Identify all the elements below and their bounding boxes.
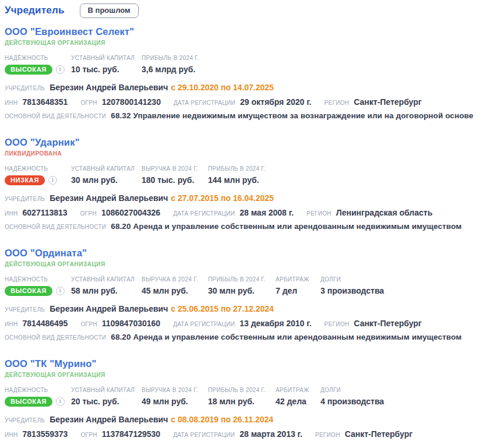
detail-label: ОГРН bbox=[80, 210, 97, 217]
reliability-badge: ВЫСОКАЯ bbox=[5, 65, 52, 75]
activity-value: 68.32 Управление недвижимым имуществом з… bbox=[111, 111, 473, 120]
detail-label: ИНН bbox=[5, 321, 18, 327]
activity-label: ОСНОВНОЙ ВИД ДЕЯТЕЛЬНОСТИ bbox=[5, 224, 106, 230]
metric-label: ПРИБЫЛЬ В 2024 Г. bbox=[208, 276, 276, 283]
metric-value: 30 млн руб. bbox=[71, 175, 142, 185]
company-name-link[interactable]: ООО "Ударник" bbox=[5, 137, 80, 148]
founder-row: УЧРЕДИТЕЛЬ Березин Андрей Валерьевич с 2… bbox=[5, 193, 504, 203]
info-icon[interactable]: i bbox=[56, 65, 65, 74]
detail-value: 1086027004326 bbox=[101, 208, 160, 217]
detail-value: Ленинградская область bbox=[336, 208, 432, 217]
detail-pair-инн: ИНН7813648351 bbox=[5, 97, 68, 107]
company-status-label: ЛИКВИДИРОВАНА bbox=[5, 150, 504, 157]
metric-value: 7 дел bbox=[276, 286, 320, 295]
metric-column: УСТАВНЫЙ КАПИТАЛ30 млн руб. bbox=[71, 165, 142, 185]
founder-label: УЧРЕДИТЕЛЬ bbox=[5, 417, 45, 424]
activity-label: ОСНОВНОЙ ВИД ДЕЯТЕЛЬНОСТИ bbox=[5, 334, 106, 341]
company-status-label: ДЕЙСТВУЮЩАЯ ОРГАНИЗАЦИЯ bbox=[5, 40, 504, 46]
detail-label: ДАТА РЕГИСТРАЦИИ bbox=[174, 100, 235, 106]
founder-row: УЧРЕДИТЕЛЬ Березин Андрей Валерьевич с 0… bbox=[5, 415, 504, 424]
founder-period: с 08.08.2019 по 26.11.2024 bbox=[171, 415, 273, 424]
metric-value: 144 млн руб. bbox=[208, 175, 276, 185]
detail-pair-огрн: ОГРН1207800141230 bbox=[80, 97, 161, 107]
reliability-badge: НИЗКАЯ bbox=[5, 175, 45, 185]
metric-column: УСТАВНЫЙ КАПИТАЛ20 тыс. руб. bbox=[71, 387, 142, 406]
detail-value: 13 декабря 2010 г. bbox=[239, 319, 311, 328]
founder-label: УЧРЕДИТЕЛЬ bbox=[5, 196, 45, 202]
metric-label: АРБИТРАЖ bbox=[276, 276, 320, 283]
company-name-link[interactable]: ООО "ТК "Мурино" bbox=[5, 358, 96, 369]
detail-label: ОГРН bbox=[80, 321, 97, 327]
metric-column: ПРИБЫЛЬ В 2024 Г.144 млн руб. bbox=[208, 165, 276, 185]
detail-label: ОГРН bbox=[80, 100, 97, 106]
metric-label: АРБИТРАЖ bbox=[276, 387, 320, 393]
metric-value: 3,6 млрд руб. bbox=[142, 65, 208, 74]
company-card: ООО "ТК "Мурино" ДЕЙСТВУЮЩАЯ ОРГАНИЗАЦИЯ… bbox=[5, 358, 504, 441]
detail-value: Санкт-Петербург bbox=[345, 429, 413, 439]
past-filter-button[interactable]: В прошлом bbox=[80, 3, 139, 18]
company-card: ООО "Евроинвест Селект" ДЕЙСТВУЮЩАЯ ОРГА… bbox=[5, 26, 504, 120]
metric-value: 58 млн руб. bbox=[71, 286, 142, 295]
activity-value: 68.20 Аренда и управление собственным ил… bbox=[111, 222, 461, 231]
detail-label: ДАТА РЕГИСТРАЦИИ bbox=[173, 432, 235, 438]
metric-label: ДОЛГИ bbox=[320, 387, 396, 393]
detail-pair-огрн: ОГРН1137847129530 bbox=[80, 429, 160, 439]
reliability-column: НАДЁЖНОСТЬ ВЫСОКАЯ i bbox=[5, 276, 71, 296]
metric-column: УСТАВНЫЙ КАПИТАЛ58 млн руб. bbox=[71, 276, 142, 295]
info-icon[interactable]: i bbox=[48, 176, 57, 185]
detail-pair-регион: РЕГИОНСанкт-Петербург bbox=[325, 319, 422, 328]
detail-pair-регион: РЕГИОНСанкт-Петербург bbox=[325, 97, 422, 107]
company-name-link[interactable]: ООО "Ордината" bbox=[5, 248, 87, 259]
detail-value: 1207800141230 bbox=[102, 97, 161, 107]
reliability-badge: ВЫСОКАЯ bbox=[5, 397, 52, 407]
founder-name-link[interactable]: Березин Андрей Валерьевич bbox=[50, 304, 168, 313]
metric-label: УСТАВНЫЙ КАПИТАЛ bbox=[71, 387, 142, 393]
detail-value: 28 мая 2008 г. bbox=[239, 208, 294, 217]
detail-pair-инн: ИНН7814486495 bbox=[5, 319, 68, 328]
metric-column: ПРИБЫЛЬ В 2024 Г.30 млн руб. bbox=[208, 276, 276, 295]
metric-column: ПРИБЫЛЬ В 2024 Г.18 млн руб. bbox=[208, 387, 276, 406]
reliability-column: НАДЁЖНОСТЬ НИЗКАЯ i bbox=[5, 165, 71, 185]
metric-column: ДОЛГИ3 производства bbox=[320, 276, 396, 295]
metric-value: 30 млн руб. bbox=[208, 286, 276, 295]
metric-column: АРБИТРАЖ42 дела bbox=[276, 387, 320, 406]
reliability-label: НАДЁЖНОСТЬ bbox=[5, 55, 71, 61]
metric-label: УСТАВНЫЙ КАПИТАЛ bbox=[71, 165, 142, 172]
company-card: ООО "Ордината" ДЕЙСТВУЮЩАЯ ОРГАНИЗАЦИЯ Н… bbox=[5, 248, 504, 341]
metric-column: ВЫРУЧКА В 2024 Г.49 млн руб. bbox=[142, 387, 208, 406]
metric-value: 10 тыс. руб. bbox=[71, 65, 142, 74]
metric-label: ВЫРУЧКА В 2024 Г. bbox=[142, 387, 208, 393]
founder-row: УЧРЕДИТЕЛЬ Березин Андрей Валерьевич с 2… bbox=[5, 83, 504, 92]
detail-label: ИНН bbox=[5, 210, 18, 217]
metric-value: 180 тыс. руб. bbox=[142, 175, 208, 185]
metric-column: ДОЛГИ4 производства bbox=[320, 387, 396, 406]
company-metrics-row: НАДЁЖНОСТЬ ВЫСОКАЯ i УСТАВНЫЙ КАПИТАЛ20 … bbox=[5, 387, 504, 407]
detail-value: 7813559373 bbox=[23, 429, 68, 439]
metric-value: 20 тыс. руб. bbox=[71, 397, 142, 406]
detail-value: 7814486495 bbox=[23, 319, 68, 328]
detail-value: 1109847030160 bbox=[102, 319, 160, 328]
founder-label: УЧРЕДИТЕЛЬ bbox=[5, 306, 45, 313]
company-card: ООО "Ударник" ЛИКВИДИРОВАНА НАДЁЖНОСТЬ Н… bbox=[5, 137, 504, 231]
metric-label: ВЫРУЧКА В 2024 Г. bbox=[142, 276, 208, 283]
founder-name-link[interactable]: Березин Андрей Валерьевич bbox=[50, 415, 168, 424]
info-icon[interactable]: i bbox=[56, 287, 65, 295]
detail-value: 7813648351 bbox=[23, 97, 68, 107]
detail-label: ИНН bbox=[5, 100, 18, 106]
company-name-link[interactable]: ООО "Евроинвест Селект" bbox=[5, 26, 134, 37]
info-icon[interactable]: i bbox=[56, 397, 65, 406]
founder-name-link[interactable]: Березин Андрей Валерьевич bbox=[50, 193, 168, 203]
reliability-badge: ВЫСОКАЯ bbox=[5, 286, 52, 296]
founder-name-link[interactable]: Березин Андрей Валерьевич bbox=[50, 83, 168, 92]
founder-period: с 25.06.2015 по 27.12.2024 bbox=[171, 304, 274, 313]
metric-value: 45 млн руб. bbox=[142, 286, 208, 295]
reliability-label: НАДЁЖНОСТЬ bbox=[5, 165, 71, 172]
detail-pair-дата-регистрации: ДАТА РЕГИСТРАЦИИ29 октября 2020 г. bbox=[174, 97, 312, 107]
detail-value: 6027113813 bbox=[23, 208, 68, 217]
metric-label: ПРИБЫЛЬ В 2024 Г. bbox=[208, 387, 276, 393]
founder-period: с 29.10.2020 по 14.07.2025 bbox=[171, 83, 274, 92]
detail-pair-регион: РЕГИОНСанкт-Петербург bbox=[315, 429, 413, 439]
founder-period: с 27.07.2015 по 16.04.2025 bbox=[171, 193, 274, 203]
metric-column: ВЫРУЧКА В 2024 Г.180 тыс. руб. bbox=[142, 165, 208, 185]
activity-label: ОСНОВНОЙ ВИД ДЕЯТЕЛЬНОСТИ bbox=[5, 113, 106, 119]
